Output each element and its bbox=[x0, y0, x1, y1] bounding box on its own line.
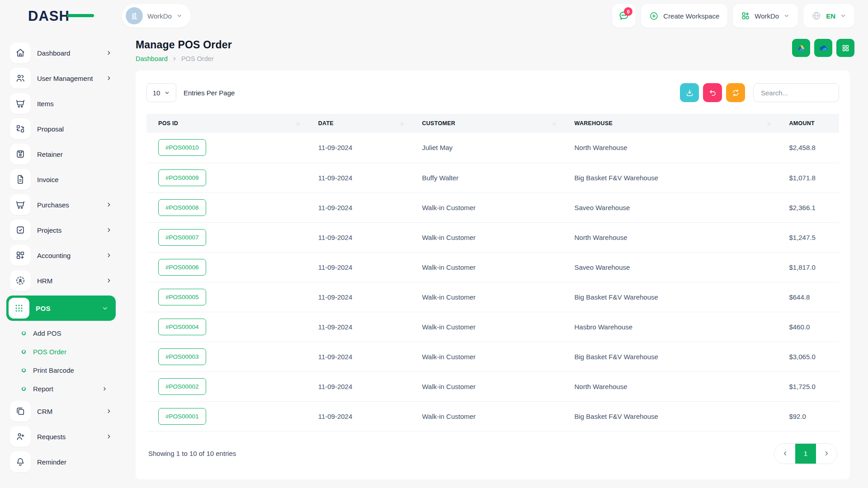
cell-customer: Walk-in Customer bbox=[416, 252, 569, 282]
bell-icon bbox=[10, 451, 31, 472]
header-customer[interactable]: CUSTOMER↑↓ bbox=[416, 114, 569, 133]
cell-amount: $92.0 bbox=[783, 401, 839, 431]
sidebar-item-pos[interactable]: POS bbox=[6, 296, 116, 321]
sidebar-item-retainer[interactable]: Retainer bbox=[10, 144, 112, 164]
save-icon bbox=[10, 144, 31, 164]
sidebar-item-proposal[interactable]: Proposal bbox=[10, 118, 112, 139]
cell-warehouse: North Warehouse bbox=[569, 133, 784, 163]
table-row: #POS00008 11-09-2024 Walk-in Customer Sa… bbox=[146, 192, 839, 222]
chevron-down-icon bbox=[102, 305, 108, 312]
sidebar-item-dashboard[interactable]: Dashboard bbox=[10, 42, 112, 63]
pos-id-badge[interactable]: #POS00004 bbox=[158, 319, 206, 335]
refresh-icon bbox=[731, 89, 740, 97]
cell-warehouse: Hasbro Warehouse bbox=[569, 312, 784, 342]
entries-value: 10 bbox=[153, 89, 160, 97]
breadcrumb-dashboard-link[interactable]: Dashboard bbox=[136, 55, 168, 62]
search-input[interactable] bbox=[753, 83, 839, 102]
pos-id-badge[interactable]: #POS00010 bbox=[158, 139, 206, 156]
brand-logo-text: DASH bbox=[28, 9, 70, 23]
cell-amount: $2,458.8 bbox=[783, 133, 839, 163]
sidebar-item-items[interactable]: Items bbox=[10, 93, 112, 114]
header-amount[interactable]: AMOUNT bbox=[783, 114, 839, 133]
sidebar-subitem-pos-order[interactable]: POS Order bbox=[22, 344, 112, 359]
sidebar-subitem-report[interactable]: Report bbox=[22, 381, 112, 396]
main-content: Manage POS Order Dashboard POS Order bbox=[122, 32, 868, 479]
sidebar-subitem-add-pos[interactable]: Add POS bbox=[22, 325, 112, 341]
cell-amount: $460.0 bbox=[783, 312, 839, 342]
workspace-dropdown-label: WorkDo bbox=[755, 12, 779, 20]
table-row: #POS00002 11-09-2024 Walk-in Customer No… bbox=[146, 371, 839, 401]
header-warehouse[interactable]: WAREHOUSE↑↓ bbox=[569, 114, 784, 133]
cart-icon bbox=[10, 194, 31, 215]
pos-id-badge[interactable]: #POS00008 bbox=[158, 199, 206, 216]
pagination-prev-button[interactable] bbox=[774, 444, 795, 464]
chevron-right-icon bbox=[102, 386, 108, 392]
sidebar-item-hrm[interactable]: HRM bbox=[10, 270, 112, 291]
chevron-right-icon bbox=[106, 75, 112, 81]
globe-icon bbox=[811, 11, 821, 21]
sidebar-item-crm[interactable]: CRM bbox=[10, 401, 112, 422]
google-drive-button[interactable] bbox=[792, 39, 810, 57]
cell-amount: $2,366.1 bbox=[783, 192, 839, 222]
pos-id-badge[interactable]: #POS00001 bbox=[158, 408, 206, 425]
sidebar-item-reminder[interactable]: Reminder bbox=[10, 451, 112, 472]
cell-date: 11-09-2024 bbox=[313, 222, 417, 252]
onedrive-icon bbox=[818, 43, 829, 53]
sort-icon[interactable]: ↑↓ bbox=[296, 121, 307, 126]
pos-id-badge[interactable]: #POS00003 bbox=[158, 348, 206, 365]
home-icon bbox=[10, 42, 31, 63]
brand-logo[interactable]: DASH bbox=[0, 9, 122, 23]
sidebar-item-user-management[interactable]: User Management bbox=[10, 68, 112, 89]
pos-id-badge[interactable]: #POS00002 bbox=[158, 378, 206, 395]
sidebar-subitem-print-barcode[interactable]: Print Barcode bbox=[22, 362, 112, 378]
grid-view-button[interactable] bbox=[836, 39, 854, 57]
header-pos-id[interactable]: POS ID↑↓ bbox=[146, 114, 313, 133]
pos-id-badge[interactable]: #POS00007 bbox=[158, 229, 206, 246]
workspace-selector-label: WorkDo bbox=[147, 12, 172, 20]
sidebar-item-projects[interactable]: Projects bbox=[10, 220, 112, 240]
table-row: #POS00007 11-09-2024 Walk-in Customer No… bbox=[146, 222, 839, 252]
chat-badge: 0 bbox=[624, 7, 632, 16]
cell-date: 11-09-2024 bbox=[313, 192, 417, 222]
cell-customer: Walk-in Customer bbox=[416, 192, 569, 222]
reset-undo-button[interactable] bbox=[703, 83, 722, 102]
header-date[interactable]: DATE↑↓ bbox=[313, 114, 417, 133]
pagination: 1 bbox=[774, 443, 837, 464]
workspace-dropdown[interactable]: WorkDo bbox=[733, 4, 798, 28]
cell-customer: Walk-in Customer bbox=[416, 222, 569, 252]
chat-button[interactable]: 0 bbox=[612, 4, 636, 28]
pagination-page-1-button[interactable]: 1 bbox=[795, 444, 816, 464]
table-row: #POS00003 11-09-2024 Walk-in Customer Bi… bbox=[146, 342, 839, 371]
cell-date: 11-09-2024 bbox=[313, 342, 417, 371]
sidebar-item-requests[interactable]: Requests bbox=[10, 426, 112, 447]
chevron-down-icon bbox=[164, 90, 170, 96]
onedrive-button[interactable] bbox=[814, 39, 832, 57]
create-workspace-button[interactable]: Create Workspace bbox=[641, 4, 727, 28]
table-row: #POS00010 11-09-2024 Juliet May North Wa… bbox=[146, 133, 839, 163]
chevron-right-icon bbox=[106, 277, 112, 284]
grid-icon bbox=[841, 44, 850, 52]
table-header-row: POS ID↑↓ DATE↑↓ CUSTOMER↑↓ WAREHOUSE↑↓ A… bbox=[146, 114, 839, 133]
pagination-next-button[interactable] bbox=[816, 444, 837, 464]
language-selector[interactable]: EN bbox=[803, 4, 854, 28]
pos-id-badge[interactable]: #POS00009 bbox=[158, 169, 206, 186]
sort-icon[interactable]: ↑↓ bbox=[767, 121, 778, 126]
export-download-button[interactable] bbox=[680, 83, 699, 102]
sort-icon[interactable]: ↑↓ bbox=[552, 121, 564, 126]
sidebar-item-purchases[interactable]: Purchases bbox=[10, 194, 112, 215]
table-row: #POS00004 11-09-2024 Walk-in Customer Ha… bbox=[146, 312, 839, 342]
sort-icon[interactable]: ↑↓ bbox=[400, 121, 411, 126]
cell-customer: Walk-in Customer bbox=[416, 282, 569, 312]
page-title: Manage POS Order bbox=[136, 39, 232, 51]
entries-per-page-select[interactable]: 10 bbox=[146, 83, 176, 102]
building-icon bbox=[126, 7, 143, 24]
workspace-selector[interactable]: WorkDo bbox=[122, 4, 191, 28]
pos-id-badge[interactable]: #POS00006 bbox=[158, 259, 206, 276]
refresh-button[interactable] bbox=[726, 83, 745, 102]
pos-id-badge[interactable]: #POS00005 bbox=[158, 289, 206, 305]
sidebar-item-accounting[interactable]: Accounting bbox=[10, 245, 112, 266]
cell-warehouse: Saveo Warehouse bbox=[569, 252, 784, 282]
bullet-icon bbox=[22, 387, 26, 391]
sidebar-item-invoice[interactable]: Invoice bbox=[10, 169, 112, 190]
cell-date: 11-09-2024 bbox=[313, 312, 417, 342]
